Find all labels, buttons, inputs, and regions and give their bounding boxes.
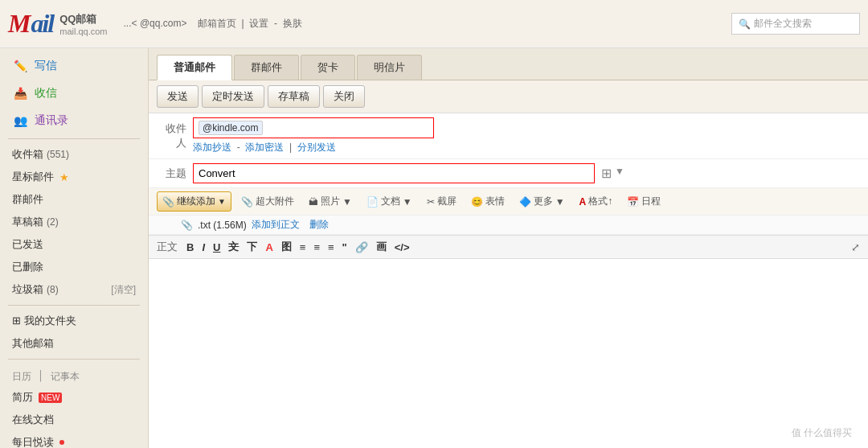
subscript-button[interactable]: 下 xyxy=(244,239,260,255)
sidebar: ✏️ 写信 📥 收信 👥 通讯录 收件箱 (551) 星标邮件 ★ 群邮件 草稿… xyxy=(0,48,149,448)
photo-button[interactable]: 🏔 照片 ▼ xyxy=(304,192,357,211)
sent-label: 已发送 xyxy=(12,237,43,252)
online-doc-label: 在线文档 xyxy=(12,413,54,427)
bold-button[interactable]: B xyxy=(184,240,196,254)
spam-clear[interactable]: [清空] xyxy=(111,283,136,297)
header-nav: ...< @qq.com> 邮箱首页 | 设置 - 换肤 xyxy=(124,17,302,31)
sidebar-item-online-doc[interactable]: 在线文档 xyxy=(0,409,148,431)
subject-input[interactable] xyxy=(193,163,595,183)
split-send-link[interactable]: 分别发送 xyxy=(297,142,336,153)
sidebar-item-deleted[interactable]: 已删除 xyxy=(0,256,148,278)
subject-row: 主题 ⊞ ▼ xyxy=(149,159,868,188)
daily-read-label: 每日悦读 xyxy=(12,435,54,448)
chevron-icon: ▼ xyxy=(615,166,624,181)
sidebar-item-resume[interactable]: 简历 NEW xyxy=(0,386,148,409)
bottom-watermark: 值 什么值得买 xyxy=(792,426,852,440)
calendar-button[interactable]: 📅 日程 xyxy=(622,192,665,211)
nav-home[interactable]: 邮箱首页 xyxy=(198,18,236,29)
link-button[interactable]: 🔗 xyxy=(353,240,371,254)
table-button[interactable]: 画 xyxy=(374,239,389,255)
align-left-button[interactable]: ≡ xyxy=(297,240,309,254)
recipient-links: 添加抄送 - 添加密送 | 分别发送 xyxy=(193,141,860,154)
tab-postcard[interactable]: 明信片 xyxy=(357,55,422,80)
attach-file-name: .txt (1.56M) xyxy=(198,220,247,231)
timed-send-button[interactable]: 定时发送 xyxy=(202,85,264,108)
write-icon: ✏️ xyxy=(12,60,28,72)
large-attach-label: 超大附件 xyxy=(256,195,294,208)
sidebar-item-inbox[interactable]: 收件箱 (551) xyxy=(0,143,148,166)
strikethrough-button[interactable]: 文 xyxy=(226,239,241,255)
qq-mail-label: QQ邮箱 xyxy=(59,12,107,27)
align-right-button[interactable]: ≡ xyxy=(326,240,337,254)
close-button[interactable]: 关闭 xyxy=(323,85,365,108)
image-button[interactable]: 图 xyxy=(279,239,294,255)
sidebar-item-draft[interactable]: 草稿箱 (2) xyxy=(0,211,148,233)
inbox-label: 收件箱 xyxy=(12,147,43,162)
draft-count: (2) xyxy=(47,216,59,228)
continue-add-button[interactable]: 📎 继续添加 ▼ xyxy=(157,191,231,212)
emoji-icon: 😊 xyxy=(471,196,483,208)
main-layout: ✏️ 写信 📥 收信 👥 通讯录 收件箱 (551) 星标邮件 ★ 群邮件 草稿… xyxy=(0,48,868,448)
sidebar-item-starred[interactable]: 星标邮件 ★ xyxy=(0,166,148,188)
attach-file-row: 📎 .txt (1.56M) 添加到正文 删除 xyxy=(149,216,868,235)
tab-card[interactable]: 贺卡 xyxy=(301,55,355,80)
calendar-label[interactable]: 日历 xyxy=(12,370,31,384)
add-bcc-link[interactable]: 添加密送 xyxy=(245,142,284,153)
editor-section: 正文 B I U 文 下 A 图 ≡ ≡ ≡ " 🔗 画 </> ⤢ xyxy=(149,235,868,448)
sidebar-item-spam[interactable]: 垃圾箱 (8) [清空] xyxy=(0,278,148,301)
sidebar-item-sent[interactable]: 已发送 xyxy=(0,233,148,256)
add-to-body-link[interactable]: 添加到正文 xyxy=(252,218,300,232)
search-box[interactable]: 🔍 邮件全文搜索 xyxy=(731,13,860,35)
sidebar-item-contacts[interactable]: 👥 通讯录 xyxy=(0,107,148,134)
document-icon: 📄 xyxy=(366,196,379,208)
italic-button[interactable]: I xyxy=(199,240,207,254)
expand-icon[interactable]: ⤢ xyxy=(851,241,860,253)
more-arrow: ▼ xyxy=(555,196,565,208)
screenshot-button[interactable]: ✂ 截屏 xyxy=(422,192,461,211)
underline-button[interactable]: U xyxy=(211,240,223,254)
more-button[interactable]: 🔷 更多 ▼ xyxy=(514,192,570,211)
notes-label[interactable]: 记事本 xyxy=(51,370,80,384)
sidebar-item-group[interactable]: 群邮件 xyxy=(0,188,148,211)
paperclip-icon: 📎 xyxy=(162,196,174,208)
tab-normal[interactable]: 普通邮件 xyxy=(157,55,232,80)
photo-arrow: ▼ xyxy=(342,196,352,208)
search-placeholder: 邮件全文搜索 xyxy=(754,17,812,31)
format-label: 格式↑ xyxy=(588,195,612,208)
qq-box: QQ邮箱 mail.qq.com xyxy=(59,12,107,36)
sidebar-item-receive[interactable]: 📥 收信 xyxy=(0,80,148,107)
recipient-label: 收件人 xyxy=(157,121,193,150)
separator: │ xyxy=(38,370,44,384)
delete-attach-link[interactable]: 删除 xyxy=(309,218,329,232)
sidebar-item-write[interactable]: ✏️ 写信 xyxy=(0,52,148,80)
align-center-button[interactable]: ≡ xyxy=(311,240,322,254)
emoji-button[interactable]: 😊 表情 xyxy=(466,192,510,211)
editor-body[interactable] xyxy=(149,259,868,448)
nav-settings[interactable]: 设置 xyxy=(249,18,268,29)
calendar-icon: 📅 xyxy=(627,196,639,208)
format-button[interactable]: A 格式↑ xyxy=(575,192,618,211)
recipient-row: 收件人 @kindle.com 添加抄送 - 添加密送 | 分别发送 xyxy=(149,113,868,159)
code-button[interactable]: </> xyxy=(392,240,412,254)
sidebar-item-my-folders[interactable]: ⊞ 我的文件夹 xyxy=(0,310,148,332)
add-cc-link[interactable]: 添加抄送 xyxy=(193,142,231,153)
recipient-field[interactable]: @kindle.com xyxy=(193,117,434,138)
nav-skin[interactable]: 换肤 xyxy=(283,18,302,29)
grid-icon: ⊞ xyxy=(601,166,612,181)
deleted-label: 已删除 xyxy=(12,260,43,274)
logo-ail: ail xyxy=(31,9,53,39)
qq-domain: mail.qq.com xyxy=(59,27,107,36)
save-draft-button[interactable]: 存草稿 xyxy=(268,85,320,108)
font-color-button[interactable]: A xyxy=(263,240,275,254)
tab-group[interactable]: 群邮件 xyxy=(234,55,299,80)
search-icon: 🔍 xyxy=(739,18,751,30)
sidebar-divider-3 xyxy=(8,359,140,360)
sidebar-item-other-mail[interactable]: 其他邮箱 xyxy=(0,332,148,355)
header: M ail QQ邮箱 mail.qq.com ...< @qq.com> 邮箱首… xyxy=(0,0,868,48)
quote-button[interactable]: " xyxy=(340,240,350,254)
send-button[interactable]: 发送 xyxy=(157,85,199,108)
large-attach-button[interactable]: 📎 超大附件 xyxy=(236,192,299,211)
sidebar-item-daily-read[interactable]: 每日悦读 xyxy=(0,431,148,448)
inbox-count: (551) xyxy=(47,149,69,160)
document-button[interactable]: 📄 文档 ▼ xyxy=(362,192,417,211)
